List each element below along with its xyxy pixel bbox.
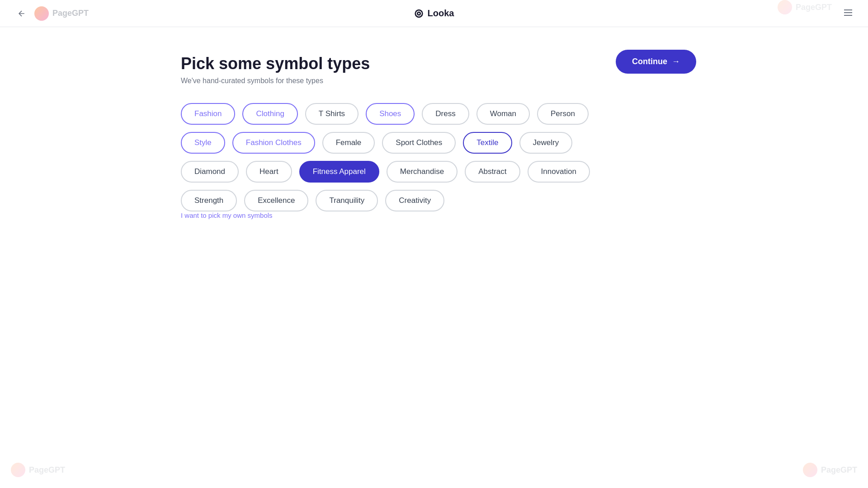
menu-button[interactable] [843, 7, 854, 20]
tag-creativity[interactable]: Creativity [385, 190, 444, 211]
tag-sport-clothes[interactable]: Sport Clothes [382, 132, 456, 154]
tag-fashion-clothes[interactable]: Fashion Clothes [232, 132, 315, 154]
tag-excellence[interactable]: Excellence [244, 190, 308, 211]
tag-fashion[interactable]: Fashion [181, 103, 235, 125]
pagegpt-wm-text-bl: PageGPT [29, 465, 65, 475]
tag-heart[interactable]: Heart [246, 161, 292, 183]
pagegpt-text: PageGPT [52, 9, 89, 18]
tag-jewelry[interactable]: Jewelry [519, 132, 573, 154]
pagegpt-wm-icon-bl [11, 463, 25, 477]
pagegpt-logo-top-left: PageGPT [34, 6, 89, 21]
hamburger-icon [843, 7, 854, 18]
header-left: PageGPT [14, 6, 89, 21]
pagegpt-wm-icon-br [803, 463, 817, 477]
tag-female[interactable]: Female [322, 132, 375, 154]
header: PageGPT Looka PageGPT [0, 0, 868, 27]
looka-logo-text: Looka [428, 8, 454, 19]
tags-row-2: Style Fashion Clothes Female Sport Cloth… [181, 132, 687, 154]
tag-innovation[interactable]: Innovation [528, 161, 590, 183]
tag-tranquility[interactable]: Tranquility [316, 190, 378, 211]
tag-clothing[interactable]: Clothing [242, 103, 297, 125]
arrow-right-icon: → [672, 57, 680, 66]
pick-own-symbols-link[interactable]: I want to pick my own symbols [181, 211, 273, 219]
tag-person[interactable]: Person [537, 103, 589, 125]
pagegpt-watermark-bottom-left: PageGPT [11, 463, 65, 477]
tag-tshirts[interactable]: T Shirts [305, 103, 359, 125]
back-button[interactable] [14, 6, 29, 21]
pagegpt-wm-text-br: PageGPT [821, 465, 857, 475]
header-right: PageGPT [843, 7, 854, 20]
tag-merchandise[interactable]: Merchandise [387, 161, 458, 183]
tag-dress[interactable]: Dress [422, 103, 469, 125]
tag-textile[interactable]: Textile [463, 132, 512, 154]
pagegpt-watermark-text: PageGPT [796, 3, 832, 12]
pagegpt-icon [34, 6, 49, 21]
tags-row-4: Strength Excellence Tranquility Creativi… [181, 190, 687, 211]
looka-logo-icon [414, 9, 424, 19]
tag-fitness-apparel[interactable]: Fitness Apparel [299, 161, 379, 183]
pagegpt-watermark-bottom-right: PageGPT [803, 463, 857, 477]
tag-strength[interactable]: Strength [181, 190, 237, 211]
page-subtitle: We've hand-curated symbols for these typ… [181, 77, 687, 85]
looka-logo: Looka [414, 8, 454, 19]
page-title: Pick some symbol types [181, 54, 687, 73]
pagegpt-watermark-corner: PageGPT [778, 0, 832, 14]
svg-point-2 [418, 13, 420, 14]
tags-container: Fashion Clothing T Shirts Shoes Dress Wo… [181, 103, 687, 211]
tags-row-1: Fashion Clothing T Shirts Shoes Dress Wo… [181, 103, 687, 125]
tags-row-3: Diamond Heart Fitness Apparel Merchandis… [181, 161, 687, 183]
continue-label: Continue [632, 57, 667, 66]
tag-style[interactable]: Style [181, 132, 225, 154]
tag-abstract[interactable]: Abstract [465, 161, 520, 183]
back-icon [17, 9, 26, 18]
tag-shoes[interactable]: Shoes [366, 103, 415, 125]
tag-woman[interactable]: Woman [476, 103, 530, 125]
pagegpt-watermark-icon [778, 0, 792, 14]
main-content: Pick some symbol types We've hand-curate… [0, 27, 868, 220]
continue-button[interactable]: Continue → [616, 50, 696, 74]
header-center: Looka [414, 8, 454, 19]
tag-diamond[interactable]: Diamond [181, 161, 239, 183]
